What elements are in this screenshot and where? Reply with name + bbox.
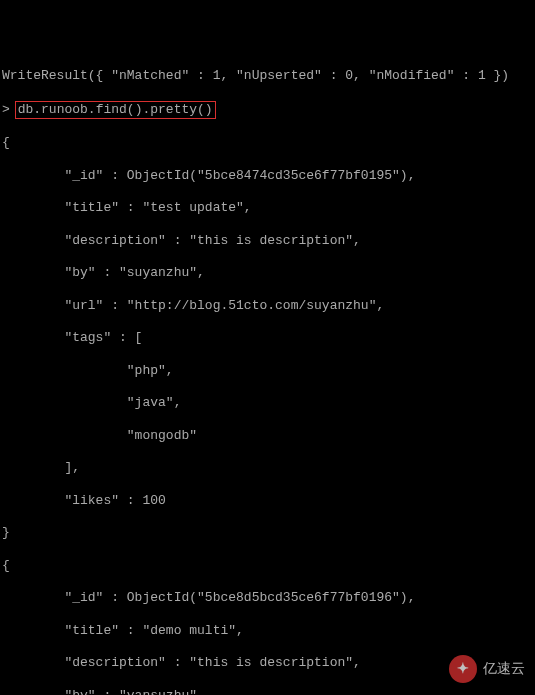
brace-open: { [2, 558, 533, 574]
brace-open: { [2, 135, 533, 151]
doc-line: "description" : "this is description", [2, 233, 533, 249]
doc-line: "_id" : ObjectId("5bce8d5bcd35ce6f77bf01… [2, 590, 533, 606]
watermark-text: 亿速云 [483, 660, 525, 678]
command-highlight: db.runoob.find().pretty() [15, 101, 216, 119]
doc-line: ], [2, 460, 533, 476]
doc-line: "mongodb" [2, 428, 533, 444]
doc-line: "by" : "suyanzhu", [2, 265, 533, 281]
doc-line: "title" : "demo multi", [2, 623, 533, 639]
doc-line: "php", [2, 363, 533, 379]
doc-line: "tags" : [ [2, 330, 533, 346]
doc-line: "by" : "yansuzhu", [2, 688, 533, 696]
doc-line: "likes" : 100 [2, 493, 533, 509]
prompt: > [2, 102, 10, 117]
doc-line: "url" : "http://blog.51cto.com/suyanzhu"… [2, 298, 533, 314]
doc-line: "_id" : ObjectId("5bce8474cd35ce6f77bf01… [2, 168, 533, 184]
header-partial: WriteResult({ "nMatched" : 1, "nUpserted… [2, 68, 533, 84]
doc-line: "title" : "test update", [2, 200, 533, 216]
command-line: > db.runoob.find().pretty() [2, 101, 533, 119]
brace-close: } [2, 525, 533, 541]
watermark: ✦ 亿速云 [449, 655, 525, 683]
watermark-logo-icon: ✦ [449, 655, 477, 683]
doc-line: "java", [2, 395, 533, 411]
